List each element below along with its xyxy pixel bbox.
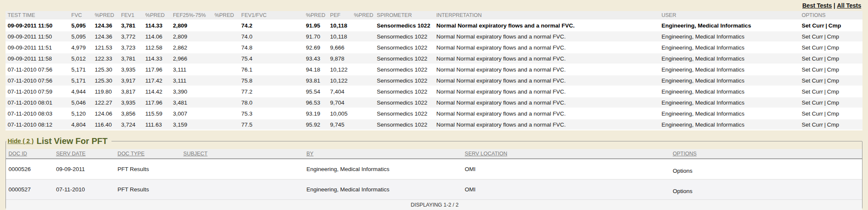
cell-fev1-pred: 115.59 (143, 108, 171, 119)
cmp-link[interactable]: Cmp (827, 55, 839, 62)
set-curr-link[interactable]: Set Curr (802, 22, 824, 29)
cell-fev1-pred: 114.06 (143, 31, 171, 42)
cell-by: Engineering, Medical Informatics (304, 179, 462, 199)
options-separator: | (823, 44, 827, 51)
set-curr-link[interactable]: Set Curr (802, 77, 823, 84)
cell-fev1-pred: 117.96 (143, 97, 171, 108)
cmp-link[interactable]: Cmp (827, 99, 839, 106)
column-header: USER (659, 11, 800, 20)
cell-fvc: 5,095 (69, 20, 92, 31)
cell-fvc-pred: 119.80 (92, 86, 119, 97)
cell-fef-pred (212, 108, 239, 119)
cell-fvc-pred: 124.36 (92, 20, 119, 31)
cell-interpretation: Normal Normal expiratory flows and a nor… (434, 64, 659, 75)
cell-ratio-pred: 93.43 (304, 53, 328, 64)
pft-result-row: 07-11-2010 08:12 4,804 116.40 3,724 111.… (6, 119, 862, 130)
cell-fef25-75: 3,481 (171, 97, 212, 108)
column-header: SUBJECT (181, 149, 304, 159)
cell-fev1: 3,917 (119, 75, 143, 86)
cell-fef25-75: 2,862 (171, 42, 212, 53)
cell-fev1-fvc-ratio: 75.8 (239, 75, 303, 86)
set-curr-link[interactable]: Set Curr (802, 44, 823, 51)
column-header: %PRED (92, 11, 119, 20)
cell-pef: 7,404 (328, 86, 352, 97)
all-tests-link[interactable]: All Tests (837, 2, 861, 9)
cell-doc-type: PFT Results (115, 159, 181, 179)
column-header: SPIROMETER (375, 11, 434, 20)
cell-fev1-pred: 112.58 (143, 42, 171, 53)
cell-fef-pred (212, 53, 239, 64)
cmp-link[interactable]: Cmp (827, 88, 839, 95)
cmp-link[interactable]: Cmp (827, 111, 839, 117)
cell-test-time: 07-11-2010 07:56 (6, 75, 69, 86)
cell-fev1-fvc-ratio: 77.5 (239, 119, 303, 130)
cell-interpretation: Normal Normal expiratory flows and a nor… (434, 75, 659, 86)
cell-pef: 10,122 (328, 64, 352, 75)
column-sort-link[interactable]: DOC ID (8, 151, 27, 157)
cell-fev1-fvc-ratio: 74.8 (239, 42, 303, 53)
set-curr-link[interactable]: Set Curr (802, 111, 823, 117)
cell-doc-type: PFT Results (115, 179, 181, 199)
cell-pef-pred (352, 119, 375, 130)
cell-user: Engineering, Medical Informatics (659, 75, 800, 86)
column-sort-link[interactable]: BY (306, 151, 314, 157)
pft-result-row: 09-09-2011 11:50 5,095 124.36 3,781 114.… (6, 20, 862, 31)
cell-pef-pred (352, 108, 375, 119)
set-curr-link[interactable]: Set Curr (802, 33, 823, 40)
column-header: %PRED (352, 11, 375, 20)
cell-doc-id: 0000527 (6, 179, 53, 199)
cell-user: Engineering, Medical Informatics (659, 64, 800, 75)
cmp-link[interactable]: Cmp (827, 44, 839, 51)
set-curr-link[interactable]: Set Curr (802, 55, 823, 62)
hide-link[interactable]: Hide ( 2 ) (8, 138, 33, 144)
cell-ratio-pred: 95.92 (304, 119, 328, 130)
options-separator: | (823, 33, 827, 40)
cell-fev1: 3,781 (119, 20, 143, 31)
cell-options: Set Curr|Cmp (800, 53, 862, 64)
cell-fef-pred (212, 75, 239, 86)
cmp-link[interactable]: Cmp (827, 77, 839, 84)
pft-result-row: 09-09-2011 11:58 5,012 122.33 3,781 114.… (6, 53, 862, 64)
cell-spirometer: Sensormedics 1022 (375, 97, 434, 108)
cell-fvc: 5,012 (69, 53, 92, 64)
cmp-link[interactable]: Cmp (827, 122, 839, 128)
cell-pef: 9,745 (328, 119, 352, 130)
cell-user: Engineering, Medical Informatics (659, 119, 800, 130)
cell-subject (181, 159, 304, 179)
column-header: DOC ID (6, 149, 53, 159)
cell-fef-pred (212, 42, 239, 53)
cmp-link[interactable]: Cmp (827, 66, 839, 73)
cell-fvc: 5,171 (69, 75, 92, 86)
column-sort-link[interactable]: SERV DATE (56, 151, 86, 157)
cell-fef25-75: 3,159 (171, 119, 212, 130)
pft-result-row: 07-11-2010 07:56 5,171 125.30 3,935 117.… (6, 64, 862, 75)
set-curr-link[interactable]: Set Curr (802, 88, 823, 95)
doc-options-link[interactable]: Options (673, 188, 693, 194)
column-sort-link[interactable]: DOC TYPE (117, 151, 145, 157)
cell-interpretation: Normal Normal expiratory flows and a nor… (434, 53, 659, 64)
best-tests-link[interactable]: Best Tests (802, 2, 832, 9)
pft-result-row: 09-09-2011 11:51 4,979 121.53 3,723 112.… (6, 42, 862, 53)
column-sort-link[interactable]: OPTIONS (673, 151, 696, 157)
cell-fev1-fvc-ratio: 74.0 (239, 31, 303, 42)
list-footer-row: DISPLAYING 1-2 / 2 (6, 199, 862, 210)
cell-fef25-75: 3,111 (171, 64, 212, 75)
cell-user: Engineering, Medical Informatics (659, 97, 800, 108)
cell-fev1: 3,724 (119, 119, 143, 130)
cell-test-time: 07-11-2010 08:03 (6, 108, 69, 119)
set-curr-link[interactable]: Set Curr (802, 99, 823, 106)
cmp-link[interactable]: Cmp (827, 33, 839, 40)
cell-fef25-75: 3,111 (171, 75, 212, 86)
cmp-link[interactable]: Cmp (829, 22, 841, 29)
options-separator: | (823, 77, 827, 84)
column-sort-link[interactable]: SUBJECT (184, 151, 208, 157)
cell-test-time: 09-09-2011 11:50 (6, 20, 69, 31)
column-sort-link[interactable]: SERV LOCATION (465, 151, 507, 157)
cell-fvc: 5,046 (69, 97, 92, 108)
doc-options-link[interactable]: Options (673, 168, 693, 174)
cell-ratio-pred: 91.70 (304, 31, 328, 42)
set-curr-link[interactable]: Set Curr (802, 122, 823, 128)
set-curr-link[interactable]: Set Curr (802, 66, 823, 73)
column-header: %PRED (304, 11, 328, 20)
cell-fev1-fvc-ratio: 78.0 (239, 97, 303, 108)
